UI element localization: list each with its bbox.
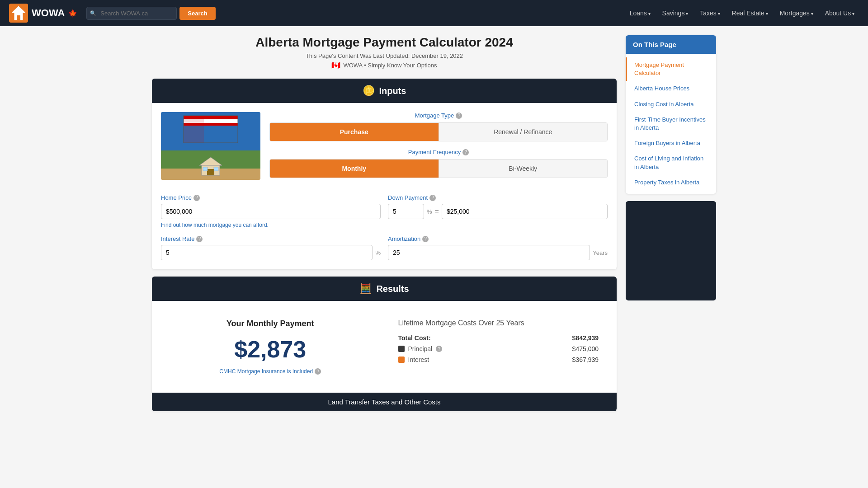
cmhc-note: CMHC Mortgage Insurance is Included ?: [170, 368, 371, 375]
principal-color-dot: [398, 346, 405, 352]
toc-item-calculator[interactable]: Mortgage Payment Calculator: [626, 57, 716, 81]
purchase-button[interactable]: Purchase: [270, 123, 439, 141]
inputs-header-label: Inputs: [379, 86, 406, 96]
monthly-payment-label: Your Monthly Payment: [170, 319, 371, 328]
inputs-card: 🪙 Inputs: [152, 79, 617, 269]
svg-rect-18: [207, 169, 214, 175]
down-payment-help-icon[interactable]: ?: [429, 195, 436, 201]
svg-rect-19: [203, 167, 208, 171]
pct-suffix: %: [427, 208, 432, 215]
inputs-right: Mortgage Type ? Purchase Renewal / Refin…: [269, 112, 608, 185]
down-payment-group: Down Payment ? % =: [388, 194, 608, 228]
results-header: 🧮 Results: [152, 277, 617, 301]
brand-text: WOWA • Simply Know Your Options: [343, 62, 437, 69]
search-input[interactable]: [86, 7, 177, 20]
home-price-help-icon[interactable]: ?: [193, 195, 200, 201]
total-cost-row: Total Cost: $842,939: [398, 334, 599, 342]
interest-label-group: Interest: [398, 356, 429, 363]
numeric-inputs-grid: Home Price ? Find out how much mortgage …: [152, 194, 617, 269]
mortgage-type-label: Mortgage Type ?: [269, 112, 608, 119]
toc-item-closing-cost[interactable]: Closing Cost in Alberta: [626, 97, 716, 112]
home-price-group: Home Price ? Find out how much mortgage …: [161, 194, 381, 228]
results-header-label: Results: [376, 284, 409, 294]
amortization-group: Amortization ? Years: [388, 235, 608, 260]
interest-rate-group: Interest Rate ? %: [161, 235, 381, 260]
total-cost-label: Total Cost:: [398, 334, 431, 342]
interest-rate-row: %: [161, 245, 381, 260]
biweekly-button[interactable]: Bi-Weekly: [439, 160, 608, 178]
nav-logo[interactable]: WOWA 🍁: [9, 4, 77, 23]
alberta-flag-svg: [161, 112, 260, 180]
results-card: 🧮 Results Your Monthly Payment $2,873 CM…: [152, 277, 617, 411]
interest-rate-help-icon[interactable]: ?: [196, 236, 203, 242]
navbar: WOWA 🍁 Search Loans Savings Taxes Real E…: [0, 0, 868, 26]
find-mortgage-link[interactable]: Find out how much mortgage you can affor…: [161, 222, 381, 228]
down-payment-dollar-input[interactable]: [442, 204, 608, 219]
home-price-input[interactable]: [161, 204, 381, 219]
down-payment-label: Down Payment ?: [388, 194, 608, 201]
results-icon: 🧮: [359, 283, 372, 295]
sidebar: On This Page Mortgage Payment Calculator…: [626, 35, 716, 418]
interest-color-dot: [398, 357, 405, 363]
logo-text: WOWA: [32, 7, 65, 19]
interest-rate-input[interactable]: [161, 245, 373, 260]
monthly-payment-value: $2,873: [170, 336, 371, 363]
page-title: Alberta Mortgage Payment Calculator 2024: [152, 35, 617, 50]
mortgage-type-help-icon[interactable]: ?: [456, 113, 462, 119]
mortgage-type-toggle: Purchase Renewal / Refinance: [269, 122, 608, 141]
main-container: Alberta Mortgage Payment Calculator 2024…: [145, 26, 723, 427]
lifetime-costs-section: Lifetime Mortgage Costs Over 25 Years To…: [389, 310, 608, 384]
canada-flag-icon: 🍁: [68, 9, 77, 18]
payment-freq-label: Payment Frequency ?: [269, 149, 608, 155]
toc-item-first-time-buyer[interactable]: First-Time Buyer Incentives in Alberta: [626, 112, 716, 136]
alberta-image: [161, 112, 260, 180]
payment-freq-help-icon[interactable]: ?: [462, 149, 469, 155]
search-button[interactable]: Search: [179, 7, 215, 20]
canada-flag-icon: 🇨🇦: [331, 61, 340, 70]
nav-link-real-estate[interactable]: Real Estate: [727, 6, 773, 20]
total-cost-value: $842,939: [572, 334, 599, 342]
renewal-refinance-button[interactable]: Renewal / Refinance: [439, 123, 608, 141]
monthly-payment-section: Your Monthly Payment $2,873 CMHC Mortgag…: [161, 310, 380, 384]
land-transfer-label: Land Transfer Taxes and Other Costs: [328, 398, 440, 406]
toc-item-cost-of-living[interactable]: Cost of Living and Inflation in Alberta: [626, 151, 716, 174]
nav-link-loans[interactable]: Loans: [625, 6, 655, 20]
land-transfer-section: Land Transfer Taxes and Other Costs: [152, 393, 617, 411]
toc-item-foreign-buyers[interactable]: Foreign Buyers in Alberta: [626, 136, 716, 151]
amortization-help-icon[interactable]: ?: [422, 236, 429, 242]
sidebar-advertisement: [626, 201, 716, 300]
content-area: Alberta Mortgage Payment Calculator 2024…: [152, 35, 617, 418]
payment-freq-toggle: Monthly Bi-Weekly: [269, 159, 608, 178]
principal-help-icon[interactable]: ?: [436, 346, 442, 352]
nav-link-about-us[interactable]: About Us: [821, 6, 859, 20]
amortization-input[interactable]: [388, 245, 590, 260]
nav-link-mortgages[interactable]: Mortgages: [775, 6, 818, 20]
principal-value: $475,000: [572, 345, 599, 352]
amortization-label: Amortization ?: [388, 235, 608, 242]
inputs-body: Mortgage Type ? Purchase Renewal / Refin…: [152, 103, 617, 194]
interest-row: Interest $367,939: [398, 356, 599, 363]
results-body: Your Monthly Payment $2,873 CMHC Mortgag…: [152, 301, 617, 393]
years-suffix: Years: [593, 249, 608, 256]
toc-item-property-taxes[interactable]: Property Taxes in Alberta: [626, 175, 716, 190]
interest-value: $367,939: [572, 356, 599, 363]
down-payment-pct-input[interactable]: [388, 204, 424, 219]
down-payment-row: % =: [388, 204, 608, 219]
toc-header: On This Page: [626, 35, 716, 54]
nav-search-area: Search: [86, 7, 215, 20]
nav-link-savings[interactable]: Savings: [658, 6, 693, 20]
inputs-icon: 🪙: [363, 85, 375, 97]
page-brand: 🇨🇦 WOWA • Simply Know Your Options: [152, 61, 617, 70]
toc-item-house-prices[interactable]: Alberta House Prices: [626, 81, 716, 96]
interest-rate-label: Interest Rate ?: [161, 235, 381, 242]
table-of-contents: On This Page Mortgage Payment Calculator…: [626, 35, 716, 194]
monthly-button[interactable]: Monthly: [270, 160, 439, 178]
svg-rect-2: [17, 15, 20, 20]
page-title-section: Alberta Mortgage Payment Calculator 2024…: [152, 35, 617, 70]
cmhc-help-icon[interactable]: ?: [315, 368, 321, 375]
principal-row: Principal ? $475,000: [398, 345, 599, 352]
amortization-row: Years: [388, 245, 608, 260]
svg-rect-20: [214, 167, 218, 171]
interest-pct-suffix: %: [375, 249, 381, 256]
nav-link-taxes[interactable]: Taxes: [695, 6, 724, 20]
